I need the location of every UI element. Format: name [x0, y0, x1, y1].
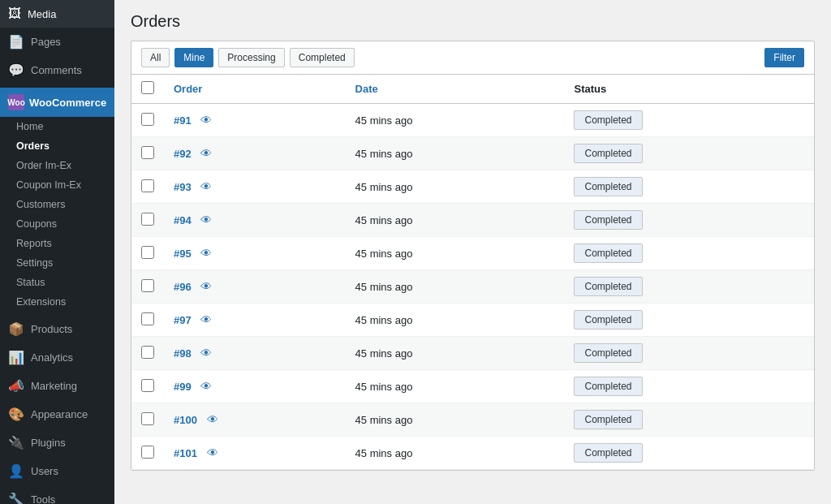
order-link[interactable]: #92	[174, 148, 192, 160]
sidebar-item-coupon-imex[interactable]: Coupon Im-Ex	[0, 175, 114, 195]
date-cell: 45 mins ago	[346, 237, 565, 270]
woocommerce-submenu: Home Orders Order Im-Ex Coupon Im-Ex Cus…	[0, 117, 114, 312]
sidebar-item-settings[interactable]: Settings	[0, 253, 114, 273]
order-link[interactable]: #95	[174, 248, 192, 260]
table-row: #96 👁 45 mins ago Completed	[131, 270, 814, 304]
row-checkbox[interactable]	[141, 412, 154, 425]
filter-button-4[interactable]: Completed	[290, 48, 355, 67]
order-link[interactable]: #93	[174, 181, 192, 193]
order-link[interactable]: #91	[174, 114, 192, 127]
sidebar-item-users[interactable]: 👤 Users	[0, 457, 114, 485]
order-cell: #101 👁	[164, 437, 346, 470]
sidebar-item-analytics[interactable]: 📊 Analytics	[0, 343, 114, 372]
order-column-header[interactable]: Order	[164, 75, 346, 104]
sidebar-item-pages[interactable]: 📄 Pages	[0, 28, 114, 56]
status-badge: Completed	[574, 243, 642, 263]
table-row: #94 👁 45 mins ago Completed	[131, 204, 814, 237]
row-checkbox[interactable]	[141, 346, 154, 359]
row-checkbox-cell	[131, 370, 164, 403]
sidebar-item-products[interactable]: 📦 Products	[0, 315, 114, 343]
view-icon[interactable]: 👁	[200, 213, 212, 226]
sidebar-item-order-imex[interactable]: Order Im-Ex	[0, 156, 114, 175]
row-checkbox-cell	[131, 270, 164, 304]
order-link[interactable]: #94	[174, 214, 192, 226]
sidebar-item-coupons[interactable]: Coupons	[0, 214, 114, 234]
view-icon[interactable]: 👁	[200, 247, 212, 260]
woocommerce-menu-header[interactable]: Woo WooCommerce	[0, 88, 114, 117]
view-icon[interactable]: 👁	[200, 147, 212, 160]
sidebar-item-status[interactable]: Status	[0, 273, 114, 292]
date-cell: 45 mins ago	[346, 204, 565, 237]
order-link[interactable]: #96	[174, 281, 192, 293]
sidebar-item-label: Pages	[31, 36, 61, 48]
view-icon[interactable]: 👁	[200, 347, 212, 360]
status-badge: Completed	[574, 343, 642, 363]
date-cell: 45 mins ago	[346, 104, 565, 137]
row-checkbox-cell	[131, 104, 164, 137]
date-cell: 45 mins ago	[346, 270, 565, 304]
row-checkbox[interactable]	[141, 379, 154, 392]
status-cell: Completed	[564, 104, 814, 137]
row-checkbox[interactable]	[141, 279, 154, 292]
row-checkbox[interactable]	[141, 213, 154, 226]
view-icon[interactable]: 👁	[200, 180, 212, 193]
order-link[interactable]: #97	[174, 314, 192, 326]
row-checkbox[interactable]	[141, 246, 154, 259]
status-badge: Completed	[574, 177, 642, 196]
filter-button-1[interactable]: All	[141, 48, 170, 67]
sidebar-item-home[interactable]: Home	[0, 117, 114, 136]
view-icon[interactable]: 👁	[200, 280, 212, 293]
sidebar-item-label: Users	[31, 465, 58, 477]
sidebar-item-plugins[interactable]: 🔌 Plugins	[0, 429, 114, 457]
date-cell: 45 mins ago	[346, 403, 565, 437]
sidebar-item-comments[interactable]: 💬 Comments	[0, 56, 114, 84]
view-icon[interactable]: 👁	[200, 313, 212, 326]
analytics-icon: 📊	[8, 350, 24, 365]
status-cell: Completed	[564, 137, 814, 170]
row-checkbox[interactable]	[141, 179, 154, 192]
order-cell: #94 👁	[164, 204, 346, 237]
order-link[interactable]: #98	[174, 347, 192, 360]
sidebar-item-customers[interactable]: Customers	[0, 195, 114, 214]
products-icon: 📦	[8, 321, 24, 337]
order-cell: #95 👁	[164, 237, 346, 270]
woo-logo: Woo	[8, 94, 24, 110]
order-link[interactable]: #100	[174, 414, 197, 426]
table-row: #93 👁 45 mins ago Completed	[131, 170, 814, 204]
view-icon[interactable]: 👁	[207, 446, 218, 459]
table-row: #98 👁 45 mins ago Completed	[131, 337, 814, 370]
order-cell: #96 👁	[164, 270, 346, 304]
view-icon[interactable]: 👁	[200, 380, 212, 393]
sidebar-item-marketing[interactable]: 📣 Marketing	[0, 372, 114, 400]
row-checkbox[interactable]	[141, 146, 154, 159]
status-cell: Completed	[564, 304, 814, 337]
filter-button-3[interactable]: Processing	[218, 48, 284, 67]
row-checkbox-cell	[131, 437, 164, 470]
sidebar-item-orders[interactable]: Orders	[0, 136, 114, 156]
sidebar-item-label: Analytics	[31, 351, 73, 364]
view-icon[interactable]: 👁	[207, 413, 218, 426]
status-badge: Completed	[574, 310, 642, 330]
filter-button-5[interactable]: Filter	[764, 48, 804, 67]
filter-button-2[interactable]: Mine	[174, 48, 213, 67]
row-checkbox-cell	[131, 403, 164, 437]
date-column-header[interactable]: Date	[346, 75, 565, 104]
order-cell: #93 👁	[164, 170, 346, 204]
row-checkbox-cell	[131, 170, 164, 204]
sidebar-item-media[interactable]: 🖼 Media	[0, 0, 114, 28]
order-link[interactable]: #99	[174, 381, 192, 393]
table-row: #100 👁 45 mins ago Completed	[131, 403, 814, 437]
select-all-checkbox[interactable]	[141, 81, 154, 94]
tools-icon: 🔧	[8, 492, 24, 504]
view-icon[interactable]: 👁	[200, 114, 212, 127]
row-checkbox[interactable]	[141, 113, 154, 126]
sidebar-item-extensions[interactable]: Extensions	[0, 292, 114, 312]
row-checkbox[interactable]	[141, 446, 154, 459]
order-link[interactable]: #101	[174, 447, 197, 459]
filter-bar: All Mine Processing Completed Filter	[131, 41, 814, 75]
row-checkbox[interactable]	[141, 312, 154, 325]
date-cell: 45 mins ago	[346, 170, 565, 204]
sidebar-item-tools[interactable]: 🔧 Tools	[0, 485, 114, 504]
sidebar-item-reports[interactable]: Reports	[0, 234, 114, 253]
sidebar-item-appearance[interactable]: 🎨 Appearance	[0, 400, 114, 429]
